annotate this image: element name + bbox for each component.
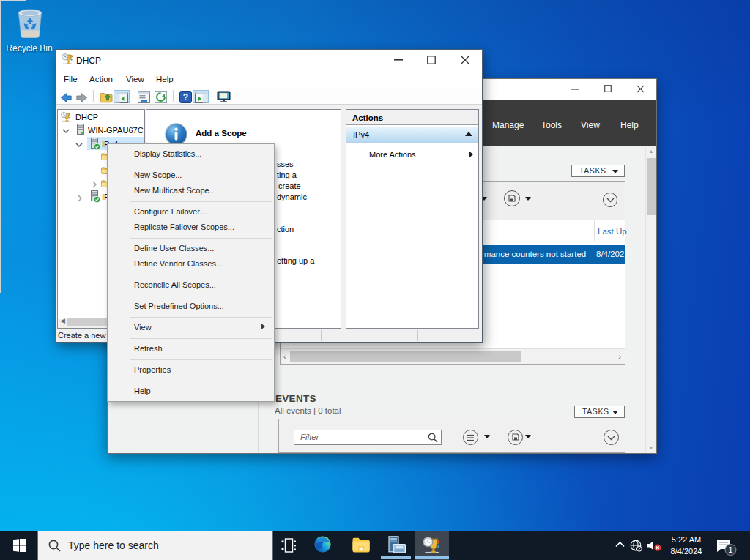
svg-text:?: ? — [183, 92, 188, 102]
svg-text:1: 1 — [728, 545, 732, 554]
